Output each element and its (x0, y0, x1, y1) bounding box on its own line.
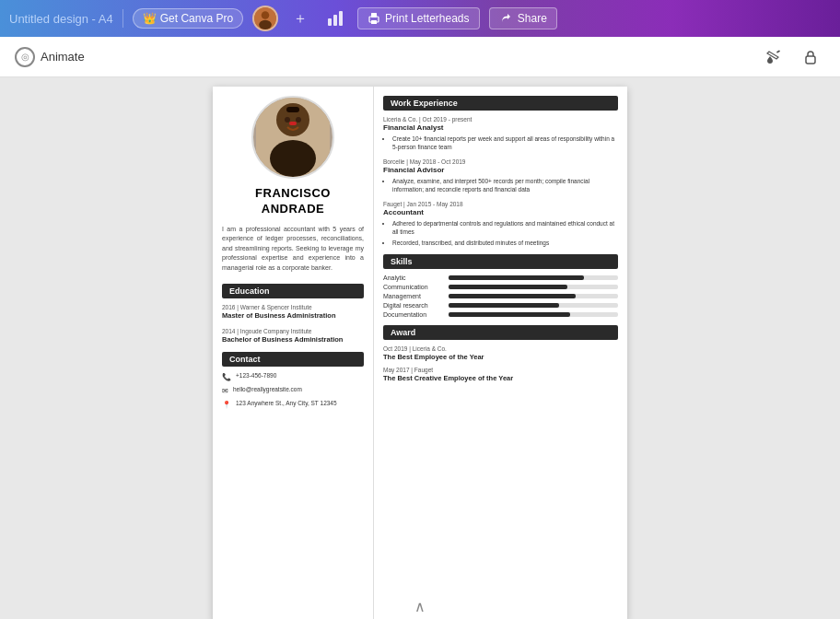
get-pro-button[interactable]: 👑 Get Canva Pro (133, 8, 243, 29)
scroll-chevron[interactable]: ∧ (414, 598, 426, 615)
job-3: Fauget | Jan 2015 - May 2018 Accountant … (383, 201, 618, 246)
svg-rect-8 (371, 20, 377, 24)
contact-address: 📍 123 Anywhere St., Any City, ST 12345 (222, 400, 364, 409)
skill-5: Documentation (383, 311, 618, 318)
skill-4: Digital research (383, 302, 618, 309)
resume-left-column: FRANCISCO ANDRADE I am a professional ac… (213, 87, 374, 619)
education-item-2: 2014 | Ingoude Company Institute Bachelo… (222, 328, 364, 345)
phone-icon: 📞 (222, 373, 231, 381)
canvas-area: FRANCISCO ANDRADE I am a professional ac… (0, 77, 840, 619)
topbar-divider (122, 9, 123, 28)
location-icon: 📍 (222, 401, 231, 409)
svg-point-13 (270, 140, 316, 177)
design-title: Untitled design - A4 (9, 12, 113, 26)
svg-rect-10 (806, 56, 815, 64)
profile-photo (251, 96, 334, 179)
print-button[interactable]: Print Letterheads (357, 7, 479, 29)
svg-rect-5 (339, 11, 343, 26)
crown-icon: 👑 (143, 12, 157, 25)
svg-point-15 (285, 117, 290, 123)
contact-section: Contact 📞 +123-456-7890 ✉ hello@reallygr… (222, 352, 364, 409)
award-2: May 2017 | Fauget The Best Creative Empl… (383, 367, 618, 382)
job-3-bullet-1: Adhered to departmental controls and reg… (392, 219, 618, 236)
top-bar: Untitled design - A4 👑 Get Canva Pro ＋ P… (0, 0, 840, 37)
skill-1: Analytic (383, 274, 618, 281)
job-1: Liceria & Co. | Oct 2019 - present Finan… (383, 116, 618, 151)
skills-list: Analytic Communication Management Digita… (383, 274, 618, 318)
education-list: 2016 | Warner & Spencer Institute Master… (222, 304, 364, 345)
award-1: Oct 2019 | Liceria & Co. The Best Employ… (383, 345, 618, 361)
svg-rect-14 (286, 107, 299, 112)
job-2: Borcelle | May 2018 - Oct 2019 Financial… (383, 158, 618, 193)
paint-tool-icon[interactable] (759, 42, 788, 72)
svg-rect-4 (333, 15, 337, 26)
skill-3: Management (383, 293, 618, 299)
job-3-bullet-2: Recorded, transcribed, and distributed m… (392, 239, 618, 247)
svg-point-1 (262, 11, 270, 19)
contact-header: Contact (222, 352, 364, 367)
job-1-bullet-1: Create 10+ financial reports per week an… (392, 134, 618, 151)
skill-2: Communication (383, 284, 618, 290)
secondary-toolbar: ◎ Animate (0, 37, 840, 77)
contact-email: ✉ hello@reallygreatsite.com (222, 386, 364, 395)
work-header: Work Experience (383, 96, 618, 111)
skills-header: Skills (383, 254, 618, 269)
education-item-1: 2016 | Warner & Spencer Institute Master… (222, 304, 364, 321)
animate-icon: ◎ (15, 47, 35, 67)
avatar[interactable] (252, 6, 278, 31)
svg-rect-17 (289, 122, 297, 125)
svg-rect-3 (328, 18, 332, 26)
resume-document: FRANCISCO ANDRADE I am a professional ac… (213, 87, 627, 619)
award-header: Award (383, 325, 618, 340)
person-name: FRANCISCO ANDRADE (222, 186, 364, 217)
bio-text: I am a professional accountant with 5 ye… (222, 225, 364, 274)
add-button[interactable]: ＋ (287, 6, 313, 31)
contact-phone: 📞 +123-456-7890 (222, 372, 364, 381)
education-header: Education (222, 284, 364, 298)
job-2-bullet-1: Analyze, examine, and interpret 500+ rec… (392, 177, 618, 193)
animate-button[interactable]: ◎ Animate (15, 47, 85, 67)
svg-point-2 (259, 20, 272, 29)
stats-icon[interactable] (322, 6, 348, 31)
lock-icon[interactable] (796, 42, 825, 72)
resume-right-column: Work Experience Liceria & Co. | Oct 2019… (374, 87, 627, 619)
svg-rect-7 (371, 13, 377, 18)
svg-rect-9 (776, 50, 780, 53)
share-button[interactable]: Share (489, 7, 557, 30)
email-icon: ✉ (222, 387, 228, 395)
svg-point-16 (296, 117, 301, 123)
